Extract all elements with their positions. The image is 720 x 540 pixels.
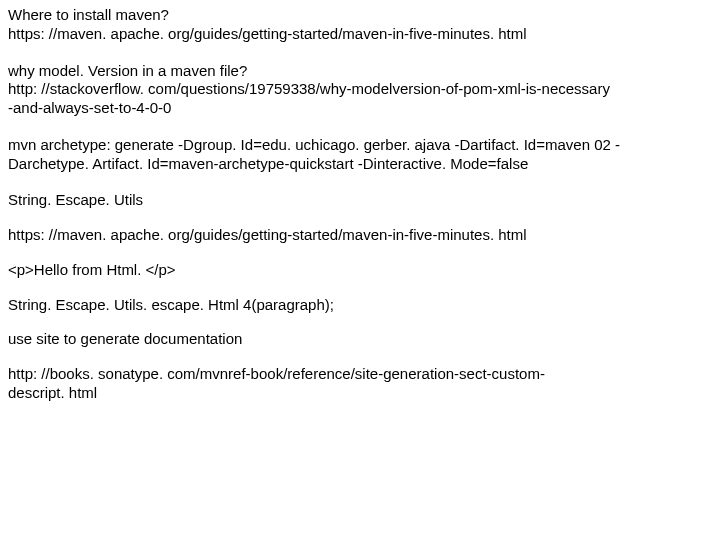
text-block: use site to generate documentation [8,330,712,349]
text-block: https: //maven. apache. org/guides/getti… [8,226,712,245]
text-block: http: //books. sonatype. com/mvnref-book… [8,365,712,403]
text-line: mvn archetype: generate -Dgroup. Id=edu.… [8,136,712,155]
text-block: String. Escape. Utils. escape. Html 4(pa… [8,296,712,315]
text-line: -and-always-set-to-4-0-0 [8,99,712,118]
text-line: use site to generate documentation [8,330,712,349]
text-line: http: //stackoverflow. com/questions/197… [8,80,712,99]
text-line: String. Escape. Utils [8,191,712,210]
text-line: http: //books. sonatype. com/mvnref-book… [8,365,712,384]
text-block: mvn archetype: generate -Dgroup. Id=edu.… [8,136,712,174]
text-block: why model. Version in a maven file? http… [8,62,712,118]
document-page: Where to install maven? https: //maven. … [0,0,720,427]
text-block: <p>Hello from Html. </p> [8,261,712,280]
text-block: Where to install maven? https: //maven. … [8,6,712,44]
text-line: Darchetype. Artifact. Id=maven-archetype… [8,155,712,174]
text-line: why model. Version in a maven file? [8,62,712,81]
text-line: String. Escape. Utils. escape. Html 4(pa… [8,296,712,315]
text-line: https: //maven. apache. org/guides/getti… [8,25,712,44]
text-block: String. Escape. Utils [8,191,712,210]
text-line: descript. html [8,384,712,403]
text-line: Where to install maven? [8,6,712,25]
text-line: https: //maven. apache. org/guides/getti… [8,226,712,245]
text-line: <p>Hello from Html. </p> [8,261,712,280]
